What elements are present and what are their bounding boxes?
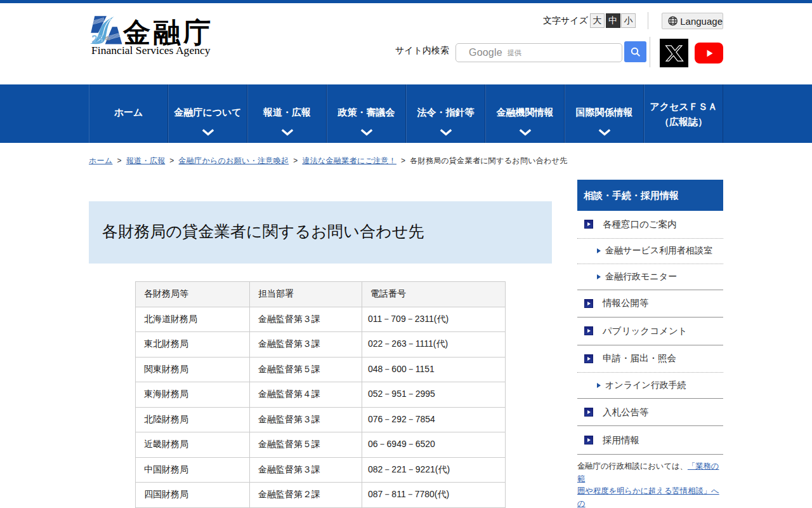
svg-text:th: th — [105, 35, 110, 41]
